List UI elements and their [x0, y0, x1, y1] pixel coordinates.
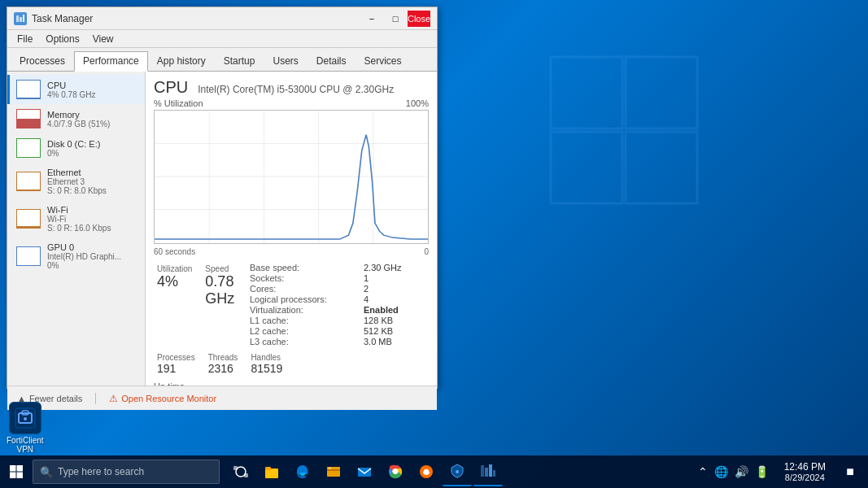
minimize-button[interactable]: − — [360, 11, 383, 27]
l1-label: L1 cache: — [250, 316, 364, 325]
virt-label: Virtualization: — [250, 305, 364, 315]
tab-bar: Processes Performance App history Startu… — [7, 48, 437, 72]
gpu-sublabel: Intel(R) HD Graphi... — [47, 252, 121, 261]
window-title: Task Manager — [32, 13, 360, 24]
utilization-stat: Utilization 4% — [154, 263, 195, 346]
threads-stat: Threads 2316 — [205, 351, 242, 377]
sockets-label: Sockets: — [250, 273, 364, 283]
mail-button[interactable] — [350, 457, 379, 486]
sys-tray-icons: ⌃ 🌐 🔊 🔋 — [692, 464, 774, 480]
cores-value: 2 — [364, 284, 429, 294]
memory-value: 4.0/7.9 GB (51%) — [47, 120, 110, 129]
sidebar: CPU 4% 0.78 GHz Memory 4.0/7.9 GB (51%) — [7, 72, 146, 386]
chrome-button[interactable] — [381, 457, 410, 486]
menu-view[interactable]: View — [86, 32, 120, 46]
close-button[interactable]: Close — [408, 11, 430, 27]
maximize-button[interactable]: □ — [384, 11, 407, 27]
svg-rect-3 — [626, 132, 697, 203]
sidebar-item-disk[interactable]: Disk 0 (C: E:) 0% — [7, 133, 145, 163]
svg-rect-39 — [489, 464, 492, 477]
forti-client-app[interactable]: FortiClientVPN — [7, 402, 44, 454]
svg-point-17 — [24, 417, 27, 420]
sidebar-item-ethernet[interactable]: Ethernet Ethernet 3 S: 0 R: 8.0 Kbps — [7, 163, 145, 200]
logical-value: 4 — [364, 294, 429, 304]
gpu-mini-graph — [16, 246, 41, 266]
time-right: 0 — [424, 247, 429, 256]
wifi-value: S: 0 R: 16.0 Kbps — [47, 224, 111, 233]
svg-rect-37 — [481, 465, 484, 477]
graph-panel: CPU Intel(R) Core(TM) i5-5300U CPU @ 2.3… — [146, 72, 437, 386]
svg-rect-23 — [233, 466, 238, 470]
speed-stat-label: Speed — [205, 264, 240, 273]
forti-client-label: FortiClientVPN — [7, 436, 44, 454]
l3-label: L3 cache: — [250, 337, 364, 346]
search-bar[interactable]: 🔍 Type here to search — [33, 460, 220, 484]
tab-performance[interactable]: Performance — [74, 51, 148, 72]
ethernet-mini-graph — [16, 172, 41, 191]
svg-rect-38 — [485, 468, 488, 477]
ethernet-label: Ethernet — [47, 168, 107, 177]
vpn-button[interactable] — [443, 457, 472, 486]
battery-icon[interactable]: 🔋 — [752, 464, 771, 480]
uptime-section: Up time 2:03:01:04 — [154, 381, 429, 386]
task-manager-taskbar-button[interactable] — [473, 457, 503, 486]
speed-stat-value: 0.78 GHz — [205, 273, 240, 307]
chevron-up-tray[interactable]: ⌃ — [696, 464, 710, 480]
volume-icon[interactable]: 🔊 — [732, 464, 751, 480]
network-icon[interactable]: 🌐 — [712, 464, 731, 480]
tab-app-history[interactable]: App history — [148, 51, 215, 71]
tab-details[interactable]: Details — [308, 51, 355, 71]
desktop: Task Manager − □ Close File Options View… — [0, 0, 868, 488]
handles-value: 81519 — [251, 362, 282, 375]
virt-value: Enabled — [364, 305, 429, 315]
clock-time: 12:46 PM — [784, 461, 826, 473]
notification-button[interactable]: ■ — [835, 457, 865, 486]
tab-processes[interactable]: Processes — [11, 51, 74, 71]
ethernet-sublabel: Ethernet 3 — [47, 177, 107, 186]
title-bar: Task Manager − □ Close — [7, 7, 437, 30]
l1-value: 128 KB — [364, 316, 429, 325]
sidebar-item-cpu[interactable]: CPU 4% 0.78 GHz — [7, 75, 145, 104]
tab-services[interactable]: Services — [355, 51, 411, 71]
taskbar: 🔍 Type here to search — [0, 455, 868, 488]
stats-row: Utilization 4% Speed 0.78 GHz Base speed… — [154, 263, 429, 346]
processes-stat: Processes 191 — [154, 351, 198, 377]
task-manager-icon — [14, 12, 27, 25]
svg-rect-2 — [551, 132, 622, 203]
windows-logo-decoration — [543, 49, 705, 211]
base-speed-label: Base speed: — [250, 263, 364, 272]
start-button[interactable] — [0, 455, 33, 488]
menu-file[interactable]: File — [11, 32, 39, 46]
l2-value: 512 KB — [364, 326, 429, 336]
sidebar-item-gpu[interactable]: GPU 0 Intel(R) HD Graphi... 0% — [7, 237, 145, 275]
threads-label: Threads — [208, 353, 238, 362]
cpu-mini-graph — [16, 80, 41, 99]
svg-rect-26 — [265, 467, 271, 470]
system-tray: ⌃ 🌐 🔊 🔋 12:46 PM 8/29/2024 ■ — [692, 457, 868, 486]
l2-label: L2 cache: — [250, 326, 364, 336]
svg-point-36 — [456, 470, 459, 473]
bottom-divider — [95, 393, 96, 404]
util-stat-label: Utilization — [157, 264, 192, 273]
maps-button[interactable] — [412, 457, 441, 486]
svg-rect-0 — [551, 57, 622, 129]
tab-users[interactable]: Users — [264, 51, 307, 71]
edge-browser-button[interactable] — [288, 457, 317, 486]
menu-options[interactable]: Options — [39, 32, 85, 46]
processes-label: Processes — [157, 353, 195, 362]
file-manager-button[interactable] — [319, 457, 348, 486]
file-explorer-button[interactable] — [257, 457, 286, 486]
clock[interactable]: 12:46 PM 8/29/2024 — [778, 461, 832, 482]
task-view-button[interactable] — [226, 457, 255, 486]
sidebar-item-memory[interactable]: Memory 4.0/7.9 GB (51%) — [7, 104, 145, 133]
tab-startup[interactable]: Startup — [215, 51, 264, 71]
wifi-label: Wi-Fi — [47, 205, 111, 215]
cpu-label: CPU — [47, 81, 95, 90]
menu-bar: File Options View — [7, 30, 437, 48]
cores-label: Cores: — [250, 284, 364, 294]
search-placeholder: Type here to search — [58, 466, 144, 477]
sidebar-item-wifi[interactable]: Wi-Fi Wi-Fi S: 0 R: 16.0 Kbps — [7, 200, 145, 237]
l3-value: 3.0 MB — [364, 337, 429, 346]
svg-rect-18 — [10, 465, 16, 472]
resource-monitor-link[interactable]: ⚠ Open Resource Monitor — [109, 393, 216, 404]
